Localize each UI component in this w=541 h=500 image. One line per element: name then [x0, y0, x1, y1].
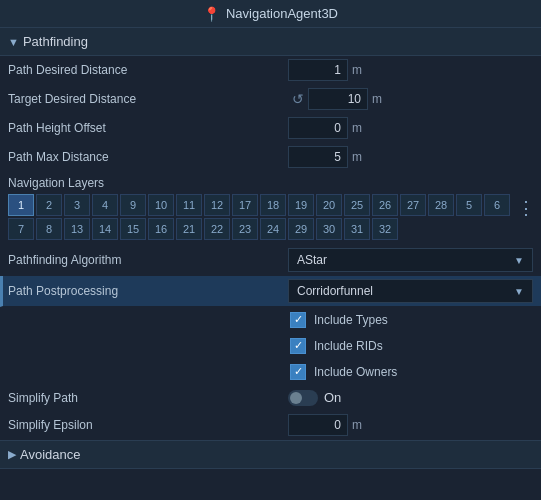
path-desired-distance-value: m — [288, 59, 533, 81]
path-height-offset-value: m — [288, 117, 533, 139]
path-height-offset-label: Path Height Offset — [8, 121, 288, 135]
layer-btn-18[interactable]: 18 — [260, 194, 286, 216]
pathfinding-algorithm-dropdown[interactable]: AStar ▼ — [288, 248, 533, 272]
path-height-offset-row: Path Height Offset m — [0, 114, 541, 143]
include-owners-label: Include Owners — [314, 365, 397, 379]
include-types-label: Include Types — [314, 313, 388, 327]
layer-btn-20[interactable]: 20 — [316, 194, 342, 216]
checkmark-rids-icon: ✓ — [294, 339, 303, 352]
layer-btn-29[interactable]: 29 — [288, 218, 314, 240]
path-max-distance-value: m — [288, 146, 533, 168]
navigation-layers-label: Navigation Layers — [8, 176, 533, 190]
layer-btn-4[interactable]: 4 — [92, 194, 118, 216]
layer-btn-9[interactable]: 9 — [120, 194, 146, 216]
path-height-offset-unit: m — [352, 121, 362, 135]
pathfinding-section-header[interactable]: ▼ Pathfinding — [0, 28, 541, 56]
section-arrow: ▼ — [8, 36, 19, 48]
path-desired-distance-unit: m — [352, 63, 362, 77]
layer-btn-3[interactable]: 3 — [64, 194, 90, 216]
reset-icon[interactable]: ↺ — [292, 91, 304, 107]
navigation-layers-section: Navigation Layers 1 2 3 4 9 10 11 12 17 … — [0, 172, 541, 245]
include-rids-checkbox[interactable]: ✓ — [290, 338, 306, 354]
target-desired-distance-row: Target Desired Distance ↺ m — [0, 85, 541, 114]
layer-btn-30[interactable]: 30 — [316, 218, 342, 240]
layer-btn-31[interactable]: 31 — [344, 218, 370, 240]
layer-btn-19[interactable]: 19 — [288, 194, 314, 216]
layer-btn-14[interactable]: 14 — [92, 218, 118, 240]
include-types-checkbox[interactable]: ✓ — [290, 312, 306, 328]
toggle-knob — [290, 392, 302, 404]
target-desired-distance-unit: m — [372, 92, 382, 106]
layer-btn-21[interactable]: 21 — [176, 218, 202, 240]
avoidance-section-header[interactable]: ▶ Avoidance — [0, 440, 541, 469]
pathfinding-algorithm-row: Pathfinding Algorithm AStar ▼ — [0, 245, 541, 276]
layer-btn-1[interactable]: 1 — [8, 194, 34, 216]
layer-btn-25[interactable]: 25 — [344, 194, 370, 216]
pathfinding-algorithm-label: Pathfinding Algorithm — [8, 253, 288, 267]
target-desired-distance-value: ↺ m — [288, 88, 533, 110]
layer-btn-7[interactable]: 7 — [8, 218, 34, 240]
path-max-distance-unit: m — [352, 150, 362, 164]
layer-btn-16[interactable]: 16 — [148, 218, 174, 240]
layer-btn-10[interactable]: 10 — [148, 194, 174, 216]
path-desired-distance-row: Path Desired Distance m — [0, 56, 541, 85]
avoidance-label: Avoidance — [20, 447, 80, 462]
layer-btn-5[interactable]: 5 — [456, 194, 482, 216]
pin-icon: 📍 — [203, 6, 220, 22]
include-rids-row: ✓ Include RIDs — [0, 333, 541, 359]
path-height-offset-input[interactable] — [288, 117, 348, 139]
path-max-distance-input[interactable] — [288, 146, 348, 168]
path-max-distance-row: Path Max Distance m — [0, 143, 541, 172]
layer-btn-27[interactable]: 27 — [400, 194, 426, 216]
layer-btn-24[interactable]: 24 — [260, 218, 286, 240]
simplify-epsilon-unit: m — [352, 418, 362, 432]
dropdown-arrow-icon: ▼ — [514, 255, 524, 266]
layer-btn-12[interactable]: 12 — [204, 194, 230, 216]
layer-btn-17[interactable]: 17 — [232, 194, 258, 216]
path-desired-distance-input[interactable] — [288, 59, 348, 81]
simplify-path-toggle[interactable] — [288, 390, 318, 406]
simplify-epsilon-row: Simplify Epsilon m — [0, 411, 541, 440]
layer-btn-32[interactable]: 32 — [372, 218, 398, 240]
simplify-epsilon-label: Simplify Epsilon — [8, 418, 288, 432]
simplify-path-value: On — [288, 390, 533, 406]
layer-btn-28[interactable]: 28 — [428, 194, 454, 216]
dropdown-arrow-postprocessing-icon: ▼ — [514, 286, 524, 297]
layer-btn-23[interactable]: 23 — [232, 218, 258, 240]
layer-btn-22[interactable]: 22 — [204, 218, 230, 240]
include-types-row: ✓ Include Types — [0, 307, 541, 333]
pathfinding-algorithm-value: AStar — [297, 253, 327, 267]
path-postprocessing-row: Path Postprocessing Corridorfunnel ▼ — [0, 276, 541, 307]
layer-btn-15[interactable]: 15 — [120, 218, 146, 240]
checkmark-owners-icon: ✓ — [294, 365, 303, 378]
path-max-distance-label: Path Max Distance — [8, 150, 288, 164]
path-desired-distance-label: Path Desired Distance — [8, 63, 288, 77]
include-owners-checkbox[interactable]: ✓ — [290, 364, 306, 380]
simplify-path-label: Simplify Path — [8, 391, 288, 405]
layer-btn-2[interactable]: 2 — [36, 194, 62, 216]
layers-grid: 1 2 3 4 9 10 11 12 17 18 19 20 25 26 27 … — [8, 194, 533, 240]
checkmark-icon: ✓ — [294, 313, 303, 326]
target-desired-distance-label: Target Desired Distance — [8, 92, 288, 106]
layer-btn-13[interactable]: 13 — [64, 218, 90, 240]
layer-btn-6[interactable]: 6 — [484, 194, 510, 216]
target-desired-distance-input[interactable] — [308, 88, 368, 110]
pathfinding-label: Pathfinding — [23, 34, 88, 49]
include-rids-label: Include RIDs — [314, 339, 383, 353]
layer-btn-8[interactable]: 8 — [36, 218, 62, 240]
path-postprocessing-label: Path Postprocessing — [8, 284, 288, 298]
layer-btn-26[interactable]: 26 — [372, 194, 398, 216]
simplify-path-row: Simplify Path On — [0, 385, 541, 411]
layer-btn-11[interactable]: 11 — [176, 194, 202, 216]
simplify-path-toggle-label: On — [324, 390, 341, 405]
simplify-epsilon-value: m — [288, 414, 533, 436]
title-bar: 📍 NavigationAgent3D — [0, 0, 541, 28]
window-title: NavigationAgent3D — [226, 6, 338, 21]
more-options-icon[interactable]: ⋮ — [517, 197, 535, 219]
simplify-epsilon-input[interactable] — [288, 414, 348, 436]
path-postprocessing-value: Corridorfunnel — [297, 284, 373, 298]
path-postprocessing-dropdown[interactable]: Corridorfunnel ▼ — [288, 279, 533, 303]
avoidance-arrow-icon: ▶ — [8, 448, 16, 461]
include-owners-row: ✓ Include Owners — [0, 359, 541, 385]
toggle-container: On — [288, 390, 341, 406]
